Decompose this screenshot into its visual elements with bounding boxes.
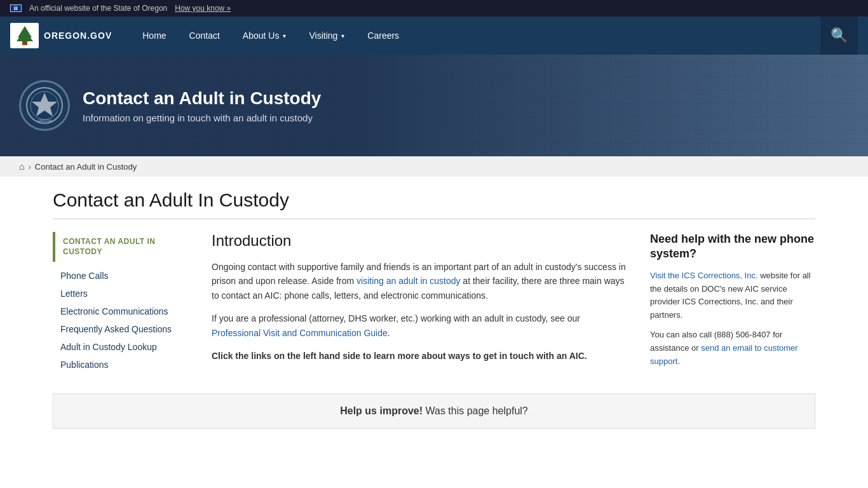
electronic-communications-link[interactable]: Electronic Communications — [60, 306, 168, 316]
right-sidebar: Need help with the new phone system? Vis… — [650, 232, 815, 374]
breadcrumb-current: Contact an Adult in Custody — [35, 162, 137, 172]
intro-paragraph-1: Ongoing contact with supportive family a… — [212, 260, 631, 302]
para2-suffix: . — [677, 356, 680, 366]
right-sidebar-para2: You can also call (888) 506-8407 for ass… — [650, 329, 815, 368]
search-icon: 🔍 — [831, 27, 848, 44]
svg-rect-2 — [22, 41, 27, 45]
publications-link[interactable]: Publications — [60, 360, 109, 370]
main-nav: OREGON.GOV Home Contact About Us ▾ Visit… — [0, 17, 868, 55]
about-chevron-icon: ▾ — [283, 32, 286, 39]
top-bar: 🏛 An official website of the State of Or… — [0, 0, 868, 17]
sidebar-item-faq[interactable]: Frequently Asked Questions — [53, 320, 193, 338]
breadcrumb: ⌂ › Contact an Adult in Custody — [0, 156, 868, 177]
logo-icon — [10, 23, 39, 48]
main-content: Introduction Ongoing contact with suppor… — [212, 232, 631, 374]
ics-link[interactable]: Visit the ICS Corrections, Inc. — [650, 271, 758, 280]
page-title: Contact an Adult In Custody — [53, 189, 815, 219]
letters-link[interactable]: Letters — [60, 288, 88, 299]
section-title: Introduction — [212, 232, 631, 250]
hero-section: OREGON Contact an Adult in Custody Infor… — [0, 55, 868, 156]
visiting-chevron-icon: ▾ — [341, 32, 344, 39]
nav-logo[interactable]: OREGON.GOV — [10, 23, 112, 48]
lookup-link[interactable]: Adult in Custody Lookup — [60, 342, 157, 352]
bold-note: Click the links on the left hand side to… — [212, 351, 587, 361]
search-button[interactable]: 🔍 — [820, 17, 858, 55]
phone-calls-link[interactable]: Phone Calls — [60, 271, 109, 281]
professional-guide-link[interactable]: Professional Visit and Communication Gui… — [212, 328, 388, 338]
visiting-label: Visiting — [309, 30, 337, 41]
sidebar-item-electronic[interactable]: Electronic Communications — [53, 302, 193, 320]
nav-visiting[interactable]: Visiting ▾ — [297, 17, 356, 55]
agency-seal: OREGON — [19, 80, 70, 131]
sidebar-item-publications[interactable]: Publications — [53, 356, 193, 374]
logo-text: OREGON.GOV — [44, 30, 112, 41]
how-you-know-link[interactable]: How you know » — [175, 4, 231, 13]
sidebar-item-letters[interactable]: Letters — [53, 285, 193, 302]
sidebar-item-lookup[interactable]: Adult in Custody Lookup — [53, 338, 193, 356]
help-bar-bold: Help us improve! — [340, 405, 423, 416]
left-sidebar: CONTACT AN ADULT IN CUSTODY Phone Calls … — [53, 232, 193, 374]
sidebar-item-phone-calls[interactable]: Phone Calls — [53, 267, 193, 285]
oregon-flag-icon: 🏛 — [10, 4, 22, 12]
official-text: An official website of the State of Oreg… — [29, 4, 167, 13]
svg-marker-5 — [32, 93, 57, 116]
nav-careers[interactable]: Careers — [356, 17, 410, 55]
intro-paragraph-2: If you are a professional (attorney, DHS… — [212, 311, 631, 340]
nav-home[interactable]: Home — [131, 17, 177, 55]
nav-links: Home Contact About Us ▾ Visiting ▾ Caree… — [131, 17, 820, 55]
help-bar: Help us improve! Was this page helpful? — [53, 393, 815, 429]
right-sidebar-title: Need help with the new phone system? — [650, 232, 815, 262]
sidebar-current-item: CONTACT AN ADULT IN CUSTODY — [53, 232, 193, 262]
right-sidebar-para1: Visit the ICS Corrections, Inc. website … — [650, 269, 815, 322]
nav-about[interactable]: About Us ▾ — [231, 17, 298, 55]
hero-subtitle: Information on getting in touch with an … — [83, 112, 321, 123]
breadcrumb-separator: › — [28, 162, 31, 172]
sidebar-nav: Phone Calls Letters Electronic Communica… — [53, 267, 193, 374]
intro-paragraph-3: Click the links on the left hand side to… — [212, 349, 631, 363]
visiting-link[interactable]: visiting an adult in custody — [356, 276, 460, 286]
hero-title: Contact an Adult in Custody — [83, 88, 321, 109]
help-bar-text: Was this page helpful? — [423, 405, 528, 416]
nav-contact[interactable]: Contact — [178, 17, 231, 55]
home-icon[interactable]: ⌂ — [19, 161, 24, 172]
svg-text:OREGON: OREGON — [37, 119, 52, 123]
faq-link[interactable]: Frequently Asked Questions — [60, 324, 172, 334]
